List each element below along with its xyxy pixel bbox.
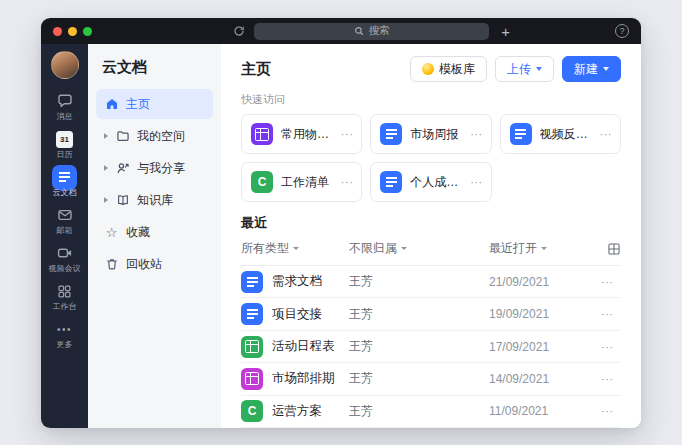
create-new-button[interactable]: 新建 bbox=[562, 56, 621, 82]
calendar-icon: 31 bbox=[56, 130, 73, 148]
main-content: 主页 模板库 上传 新建 快速访问 bbox=[221, 44, 641, 428]
document-name-cell: 运营方案 bbox=[241, 400, 349, 422]
more-actions-button[interactable]: ··· bbox=[341, 128, 354, 140]
search-placeholder: 搜索 bbox=[369, 24, 390, 38]
window-controls bbox=[41, 27, 102, 36]
rail-item-label: 日历 bbox=[57, 151, 73, 159]
more-actions-button[interactable]: ··· bbox=[470, 128, 483, 140]
cloud-docs-icon-tile bbox=[52, 165, 77, 190]
rail-item-cloud-docs[interactable]: 云文档 bbox=[41, 163, 88, 201]
sidebar-item-label: 知识库 bbox=[137, 192, 173, 209]
document-title: 个人成长记录 bbox=[410, 174, 462, 191]
app-window: 搜索 + ? 消息 31 日历 bbox=[41, 18, 641, 428]
sidebar-title: 云文档 bbox=[96, 56, 213, 89]
quick-access-card[interactable]: 市场周报 ··· bbox=[370, 114, 491, 154]
chevron-down-icon bbox=[541, 247, 547, 250]
quick-access-card[interactable]: 常用物料汇总 ··· bbox=[241, 114, 362, 154]
maximize-button[interactable] bbox=[83, 27, 92, 36]
document-name-cell: 项目交接 bbox=[241, 303, 349, 325]
quick-access-heading: 快速访问 bbox=[241, 92, 621, 107]
more-actions-button[interactable]: ··· bbox=[601, 276, 621, 288]
close-button[interactable] bbox=[53, 27, 62, 36]
more-actions-button[interactable]: ··· bbox=[601, 405, 621, 417]
document-name-cell: 需求文档 bbox=[241, 271, 349, 293]
more-actions-button[interactable]: ··· bbox=[600, 128, 613, 140]
more-icon: ••• bbox=[57, 320, 72, 338]
chevron-down-icon bbox=[401, 247, 407, 250]
window-body: 消息 31 日历 云文档 邮箱 bbox=[41, 44, 641, 428]
date-cell: 19/09/2021 bbox=[489, 307, 601, 321]
sidebar-item-label: 回收站 bbox=[126, 256, 162, 273]
docs-sidebar: 云文档 主页 我的空间 与我分享 bbox=[88, 44, 221, 428]
app-rail: 消息 31 日历 云文档 邮箱 bbox=[41, 44, 88, 428]
filter-recently-opened[interactable]: 最近打开 bbox=[489, 240, 601, 257]
sidebar-item-my-space[interactable]: 我的空间 bbox=[96, 121, 213, 151]
file-type-icon bbox=[241, 336, 263, 358]
more-actions-button[interactable]: ··· bbox=[601, 341, 621, 353]
video-icon bbox=[57, 244, 73, 262]
page-title: 主页 bbox=[241, 60, 271, 79]
quick-access-grid: 常用物料汇总 ··· 市场周报 ··· 视频反馈汇总 ··· 工作清单 ··· bbox=[241, 114, 621, 202]
chevron-right-icon[interactable] bbox=[104, 165, 108, 171]
sidebar-item-shared-with-me[interactable]: 与我分享 bbox=[96, 153, 213, 183]
chevron-right-icon[interactable] bbox=[104, 133, 108, 139]
recent-filter-row: 所有类型 不限归属 最近打开 bbox=[241, 240, 621, 266]
wiki-icon bbox=[115, 193, 130, 207]
sidebar-item-label: 主页 bbox=[126, 96, 150, 113]
sidebar-item-wiki[interactable]: 知识库 bbox=[96, 185, 213, 215]
sidebar-item-label: 收藏 bbox=[126, 224, 150, 241]
document-title: 工作清单 bbox=[281, 174, 333, 191]
table-row[interactable]: 市场部排期 王芳 14/09/2021 ··· bbox=[241, 363, 621, 395]
rail-item-messages[interactable]: 消息 bbox=[41, 87, 88, 125]
rail-item-video-meeting[interactable]: 视频会议 bbox=[41, 239, 88, 277]
mail-icon bbox=[57, 206, 73, 224]
home-icon bbox=[104, 97, 119, 111]
date-cell: 14/09/2021 bbox=[489, 372, 601, 386]
help-button[interactable]: ? bbox=[615, 24, 629, 38]
quick-access-card[interactable]: 个人成长记录 ··· bbox=[370, 162, 491, 202]
sidebar-item-trash[interactable]: 回收站 bbox=[96, 249, 213, 279]
template-library-icon bbox=[422, 63, 434, 75]
chevron-right-icon[interactable] bbox=[104, 197, 108, 203]
table-row[interactable]: 需求文档 王芳 21/09/2021 ··· bbox=[241, 266, 621, 298]
filter-any-owner[interactable]: 不限归属 bbox=[349, 240, 489, 257]
more-actions-button[interactable]: ··· bbox=[470, 176, 483, 188]
more-actions-button[interactable]: ··· bbox=[601, 373, 621, 385]
rail-item-mail[interactable]: 邮箱 bbox=[41, 201, 88, 239]
filter-all-types[interactable]: 所有类型 bbox=[241, 240, 349, 257]
user-avatar[interactable] bbox=[51, 51, 79, 79]
document-title: 视频反馈汇总 bbox=[540, 126, 592, 143]
owner-cell: 王芳 bbox=[349, 370, 489, 387]
owner-cell: 王芳 bbox=[349, 338, 489, 355]
document-title: 市场周报 bbox=[410, 126, 462, 143]
table-row[interactable]: 运营方案 王芳 11/09/2021 ··· bbox=[241, 396, 621, 428]
file-type-icon bbox=[380, 171, 402, 193]
rail-item-calendar[interactable]: 31 日历 bbox=[41, 125, 88, 163]
document-name-cell: 市场部排期 bbox=[241, 368, 349, 390]
refresh-icon[interactable] bbox=[233, 25, 245, 37]
header-actions: 模板库 上传 新建 bbox=[410, 56, 621, 82]
template-library-button[interactable]: 模板库 bbox=[410, 56, 487, 82]
upload-button[interactable]: 上传 bbox=[495, 56, 554, 82]
minimize-button[interactable] bbox=[68, 27, 77, 36]
main-header: 主页 模板库 上传 新建 bbox=[241, 56, 621, 82]
table-row[interactable]: 项目交接 王芳 19/09/2021 ··· bbox=[241, 298, 621, 330]
recent-section: 最近 所有类型 不限归属 最近打开 bbox=[241, 214, 621, 428]
sidebar-item-home[interactable]: 主页 bbox=[96, 89, 213, 119]
file-type-icon bbox=[241, 271, 263, 293]
document-name-cell: 活动日程表 bbox=[241, 336, 349, 358]
more-actions-button[interactable]: ··· bbox=[601, 308, 621, 320]
owner-cell: 王芳 bbox=[349, 403, 489, 420]
rail-item-label: 消息 bbox=[57, 113, 73, 121]
global-search-input[interactable]: 搜索 bbox=[254, 23, 489, 40]
rail-item-more[interactable]: ••• 更多 bbox=[41, 315, 88, 353]
table-row[interactable]: 活动日程表 王芳 17/09/2021 ··· bbox=[241, 331, 621, 363]
new-tab-button[interactable]: + bbox=[501, 24, 510, 39]
more-actions-button[interactable]: ··· bbox=[341, 176, 354, 188]
quick-access-card[interactable]: 工作清单 ··· bbox=[241, 162, 362, 202]
trash-icon bbox=[104, 257, 119, 271]
quick-access-card[interactable]: 视频反馈汇总 ··· bbox=[500, 114, 621, 154]
rail-item-workbench[interactable]: 工作台 bbox=[41, 277, 88, 315]
grid-view-button[interactable] bbox=[601, 242, 621, 256]
sidebar-item-favorites[interactable]: ☆ 收藏 bbox=[96, 217, 213, 247]
